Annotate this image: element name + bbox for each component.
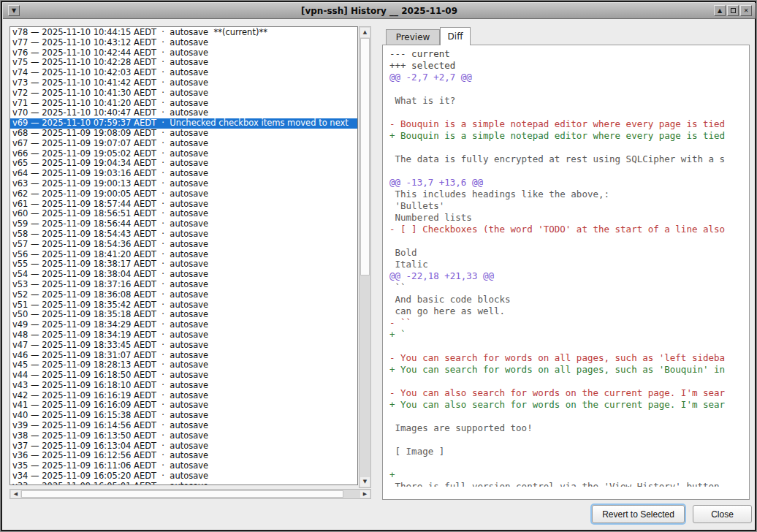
shade-button[interactable]: ▲ — [714, 5, 726, 16]
window-title: [vpn-ssh] History __ 2025-11-09 — [3, 6, 756, 16]
tab-diff-label: Diff — [448, 31, 463, 42]
close-icon: ✕ — [744, 8, 749, 14]
scroll-up-arrow-icon[interactable]: ▲ — [360, 28, 370, 37]
list-item[interactable]: v74 — 2025-11-10 10:42:03 AEDT · autosav… — [10, 68, 357, 78]
diff-line: - [ ] Checkboxes (the word 'TODO' at the… — [389, 224, 731, 235]
list-item[interactable]: v56 — 2025-11-09 18:41:20 AEDT · autosav… — [10, 250, 357, 260]
diff-line: + — [389, 469, 731, 481]
diff-line — [389, 411, 731, 422]
history-window: ▼ [vpn-ssh] History __ 2025-11-09 ▲ ✕ v7… — [0, 0, 757, 532]
list-item[interactable]: v37 — 2025-11-09 16:13:04 AEDT · autosav… — [10, 441, 357, 452]
list-item[interactable]: v60 — 2025-11-09 18:56:51 AEDT · autosav… — [10, 209, 357, 219]
version-list[interactable]: v78 — 2025-11-10 10:44:15 AEDT · autosav… — [9, 26, 358, 485]
list-item[interactable]: v61 — 2025-11-09 18:57:44 AEDT · autosav… — [10, 200, 357, 210]
list-item[interactable]: v35 — 2025-11-09 16:11:06 AEDT · autosav… — [10, 461, 357, 471]
diff-line — [389, 165, 731, 177]
diff-line: @@ -2,7 +2,7 @@ — [389, 72, 731, 83]
list-item[interactable]: v34 — 2025-11-09 16:05:20 AEDT · autosav… — [10, 471, 357, 482]
list-item[interactable]: v33 — 2025-11-09 16:05:01 AEDT · autosav… — [10, 482, 357, 485]
list-item[interactable]: v42 — 2025-11-09 16:16:19 AEDT · autosav… — [10, 391, 357, 401]
list-item[interactable]: v59 — 2025-11-09 18:56:44 AEDT · autosav… — [10, 219, 357, 229]
list-item[interactable]: v49 — 2025-11-09 18:34:29 AEDT · autosav… — [10, 320, 357, 330]
list-item[interactable]: v43 — 2025-11-09 16:18:10 AEDT · autosav… — [10, 381, 357, 391]
list-item[interactable]: v76 — 2025-11-10 10:42:44 AEDT · autosav… — [10, 48, 357, 58]
list-item[interactable]: v54 — 2025-11-09 18:38:04 AEDT · autosav… — [10, 270, 357, 280]
list-item[interactable]: v66 — 2025-11-09 19:05:02 AEDT · autosav… — [10, 149, 357, 159]
diff-line — [389, 235, 731, 247]
list-item[interactable]: v71 — 2025-11-10 10:41:20 AEDT · autosav… — [10, 99, 357, 109]
list-item[interactable]: v38 — 2025-11-09 16:13:50 AEDT · autosav… — [10, 431, 357, 441]
list-item[interactable]: v73 — 2025-11-10 10:41:42 AEDT · autosav… — [10, 78, 357, 88]
list-vertical-scrollbar[interactable]: ▲ ▼ — [359, 26, 371, 488]
diff-text: --- current+++ selected@@ -2,7 +2,7 @@ W… — [385, 45, 731, 487]
list-item[interactable]: v36 — 2025-11-09 16:12:56 AEDT · autosav… — [10, 451, 357, 461]
list-horizontal-scrollbar[interactable]: ◀ ▶ — [9, 489, 371, 499]
shade-icon: ▲ — [718, 8, 722, 14]
diff-line: The data is fully encrypted at rest usin… — [389, 153, 731, 165]
list-item[interactable]: v50 — 2025-11-09 18:35:18 AEDT · autosav… — [10, 310, 357, 320]
diff-line: + You can search for words on all pages,… — [389, 364, 731, 376]
diff-line: Italic — [389, 259, 731, 270]
diff-line: --- current — [389, 48, 731, 60]
list-hscroll-thumb[interactable] — [21, 490, 343, 498]
list-item[interactable]: v48 — 2025-11-09 18:34:19 AEDT · autosav… — [10, 330, 357, 341]
close-button[interactable]: Close — [693, 505, 752, 523]
list-item[interactable]: v45 — 2025-11-09 18:28:13 AEDT · autosav… — [10, 360, 357, 370]
diff-line: + You can also search for words on the c… — [389, 399, 731, 411]
list-item[interactable]: v62 — 2025-11-09 19:00:05 AEDT · autosav… — [10, 189, 357, 200]
revert-to-selected-button[interactable]: Revert to Selected — [592, 505, 685, 523]
diff-line: + Bouquin is a simple notepad editor whe… — [389, 130, 731, 142]
list-item[interactable]: v72 — 2025-11-10 10:41:30 AEDT · autosav… — [10, 88, 357, 99]
list-item[interactable]: v41 — 2025-11-09 16:16:09 AEDT · autosav… — [10, 400, 357, 411]
scroll-right-arrow-icon[interactable]: ▶ — [360, 490, 370, 498]
list-vscroll-thumb[interactable] — [360, 38, 370, 276]
diff-line — [389, 341, 731, 352]
diff-line: - `` — [389, 317, 731, 329]
diff-line: What is it? — [389, 95, 731, 107]
diff-line: There is full version control via the 'V… — [389, 481, 731, 487]
diff-line — [389, 83, 731, 95]
tab-preview-label: Preview — [396, 32, 430, 42]
scroll-left-arrow-icon[interactable]: ◀ — [11, 490, 20, 498]
list-item[interactable]: v46 — 2025-11-09 18:31:07 AEDT · autosav… — [10, 351, 357, 361]
list-item[interactable]: v40 — 2025-11-09 16:15:38 AEDT · autosav… — [10, 411, 357, 421]
list-item[interactable]: v75 — 2025-11-10 10:42:28 AEDT · autosav… — [10, 58, 357, 68]
maximize-button[interactable] — [727, 5, 739, 16]
list-item[interactable]: v58 — 2025-11-09 18:54:43 AEDT · autosav… — [10, 229, 357, 240]
diff-line: 'Bullets' — [389, 200, 731, 212]
scroll-down-arrow-icon[interactable]: ▼ — [360, 477, 370, 487]
diff-line — [389, 457, 731, 469]
list-item[interactable]: v55 — 2025-11-09 18:38:17 AEDT · autosav… — [10, 259, 357, 270]
close-window-button[interactable]: ✕ — [740, 5, 752, 16]
diff-line: `` — [389, 282, 731, 294]
list-item[interactable]: v51 — 2025-11-09 18:35:42 AEDT · autosav… — [10, 300, 357, 311]
diff-line — [389, 434, 731, 446]
tab-preview[interactable]: Preview — [386, 29, 440, 45]
diff-line: - Bouquin is a simple notepad editor whe… — [389, 118, 731, 130]
list-item[interactable]: v70 — 2025-11-10 10:40:47 AEDT · autosav… — [10, 108, 357, 118]
list-item[interactable]: v65 — 2025-11-09 19:04:34 AEDT · autosav… — [10, 159, 357, 169]
list-item[interactable]: v53 — 2025-11-09 18:37:16 AEDT · autosav… — [10, 280, 357, 290]
list-item[interactable]: v57 — 2025-11-09 18:54:36 AEDT · autosav… — [10, 240, 357, 250]
diff-line: This includes headings like the above,: — [389, 189, 731, 200]
list-item[interactable]: v78 — 2025-11-10 10:44:15 AEDT · autosav… — [10, 28, 357, 38]
list-item[interactable]: v67 — 2025-11-09 19:07:07 AEDT · autosav… — [10, 139, 357, 149]
list-item[interactable]: v64 — 2025-11-09 19:03:16 AEDT · autosav… — [10, 169, 357, 179]
titlebar[interactable]: ▼ [vpn-ssh] History __ 2025-11-09 ▲ ✕ — [3, 3, 756, 19]
diff-line: +++ selected — [389, 60, 731, 72]
list-item[interactable]: v69 — 2025-11-10 07:59:37 AEDT · Uncheck… — [10, 118, 357, 129]
list-item[interactable]: v39 — 2025-11-09 16:14:56 AEDT · autosav… — [10, 421, 357, 431]
diff-line — [389, 142, 731, 153]
diff-line: Numbered lists — [389, 212, 731, 224]
list-item[interactable]: v47 — 2025-11-09 18:33:45 AEDT · autosav… — [10, 341, 357, 351]
list-item[interactable]: v68 — 2025-11-09 19:08:09 AEDT · autosav… — [10, 129, 357, 139]
list-item[interactable]: v77 — 2025-11-10 10:43:12 AEDT · autosav… — [10, 38, 357, 48]
list-item[interactable]: v44 — 2025-11-09 16:18:50 AEDT · autosav… — [10, 370, 357, 381]
list-item[interactable]: v52 — 2025-11-09 18:36:08 AEDT · autosav… — [10, 290, 357, 300]
diff-line: And basic code blocks — [389, 294, 731, 305]
diff-line: @@ -13,7 +13,6 @@ — [389, 177, 731, 189]
diff-line: [ Image ] — [389, 446, 731, 457]
diff-line: + ` — [389, 329, 731, 341]
list-item[interactable]: v63 — 2025-11-09 19:00:13 AEDT · autosav… — [10, 179, 357, 189]
tab-diff[interactable]: Diff — [440, 27, 471, 45]
